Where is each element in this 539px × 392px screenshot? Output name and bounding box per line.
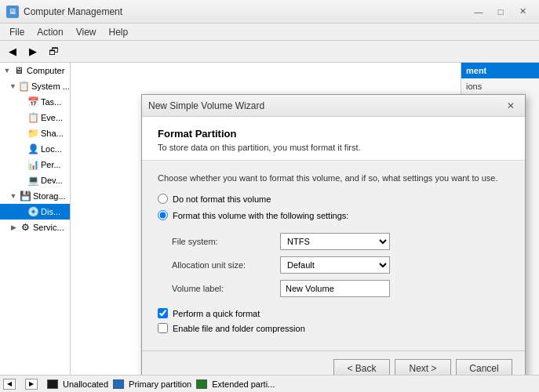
sidebar-item-local[interactable]: 👤 Loc... bbox=[0, 141, 70, 157]
wizard-dialog: New Simple Volume Wizard ✕ Format Partit… bbox=[141, 94, 526, 375]
wizard-titlebar: New Simple Volume Wizard ✕ bbox=[142, 95, 525, 117]
forward-button[interactable]: ▶ bbox=[24, 43, 42, 60]
event-icon: 📋 bbox=[27, 112, 39, 123]
radio-format[interactable]: Format this volume with the following se… bbox=[158, 210, 509, 220]
shared-icon: 📁 bbox=[27, 128, 39, 139]
sidebar-item-device[interactable]: 💻 Dev... bbox=[0, 172, 70, 188]
legend: Unallocated Primary partition Extended p… bbox=[47, 379, 275, 389]
wizard-prompt: Choose whether you want to format this v… bbox=[158, 173, 509, 183]
sidebar-label-storage: Storag... bbox=[33, 191, 66, 201]
menu-action[interactable]: Action bbox=[31, 25, 69, 39]
legend-extended-label: Extended parti... bbox=[212, 379, 275, 389]
compression-label: Enable file and folder compression bbox=[173, 324, 305, 333]
settings-grid: File system: NTFS FAT32 exFAT Allocation… bbox=[172, 233, 509, 297]
filesystem-label: File system: bbox=[172, 237, 274, 246]
radio-format-input[interactable] bbox=[158, 210, 168, 220]
filesystem-select[interactable]: NTFS FAT32 exFAT bbox=[280, 233, 390, 250]
sidebar-label-computer: Computer bbox=[27, 66, 64, 75]
legend-unallocated-label: Unallocated bbox=[63, 379, 108, 389]
sidebar-item-storage[interactable]: ▼ 💾 Storag... bbox=[0, 188, 70, 204]
cancel-button[interactable]: Cancel bbox=[456, 359, 512, 375]
sidebar-label-event: Eve... bbox=[41, 113, 63, 122]
wizard-footer: < Back Next > Cancel bbox=[142, 350, 525, 375]
compression-row[interactable]: Enable file and folder compression bbox=[158, 323, 509, 333]
volume-label-text: Volume label: bbox=[172, 284, 274, 293]
sidebar: ▼ 🖥 Computer ▼ 📋 System ... 📅 Tas... 📋 E… bbox=[0, 63, 71, 375]
sidebar-item-event[interactable]: 📋 Eve... bbox=[0, 110, 70, 125]
quick-format-label: Perform a quick format bbox=[173, 309, 260, 318]
sidebar-label-system: System ... bbox=[31, 82, 70, 91]
sidebar-label-disk: Dis... bbox=[41, 207, 60, 216]
back-button[interactable]: ◀ bbox=[3, 43, 22, 60]
titlebar-left: 🖥 Computer Management bbox=[6, 5, 122, 18]
radio-no-format-input[interactable] bbox=[158, 194, 168, 204]
task-icon: 📅 bbox=[27, 96, 39, 107]
legend-unallocated-box bbox=[47, 379, 58, 389]
sidebar-item-computer[interactable]: ▼ 🖥 Computer bbox=[0, 63, 70, 78]
sidebar-label-local: Loc... bbox=[41, 144, 62, 154]
wizard-overlay: New Simple Volume Wizard ✕ Format Partit… bbox=[71, 63, 539, 375]
perf-icon: 📊 bbox=[27, 159, 39, 170]
wizard-header-desc: To store data on this partition, you mus… bbox=[158, 143, 509, 152]
wizard-content: Choose whether you want to format this v… bbox=[142, 161, 525, 350]
wizard-close-button[interactable]: ✕ bbox=[503, 99, 519, 113]
alloc-label: Allocation unit size: bbox=[172, 260, 274, 270]
menu-view[interactable]: View bbox=[70, 25, 103, 39]
quick-format-checkbox[interactable] bbox=[158, 308, 168, 318]
sidebar-label-services: Servic... bbox=[33, 223, 64, 232]
system-icon: 📋 bbox=[18, 81, 30, 92]
sidebar-label-tasks: Tas... bbox=[41, 97, 61, 107]
sidebar-label-shared: Sha... bbox=[41, 129, 64, 138]
main-content: ment ions New Simple Volume Wizard ✕ For… bbox=[71, 63, 539, 375]
app-icon: 🖥 bbox=[6, 5, 19, 18]
back-button[interactable]: < Back bbox=[333, 359, 390, 375]
scroll-right-button[interactable]: ▶ bbox=[25, 379, 38, 390]
sidebar-item-tasks[interactable]: 📅 Tas... bbox=[0, 94, 70, 110]
scroll-left-button[interactable]: ◀ bbox=[3, 379, 16, 390]
sidebar-item-services[interactable]: ▶ ⚙ Servic... bbox=[0, 220, 70, 235]
sidebar-item-perf[interactable]: 📊 Per... bbox=[0, 157, 70, 172]
sidebar-item-disk[interactable]: 💿 Dis... bbox=[0, 204, 70, 220]
window-controls: — □ ✕ bbox=[468, 4, 533, 20]
alloc-select[interactable]: Default 512 1024 4096 bbox=[280, 256, 390, 274]
properties-button[interactable]: 🗗 bbox=[44, 43, 63, 60]
next-button[interactable]: Next > bbox=[395, 359, 451, 375]
window-title: Computer Management bbox=[24, 6, 122, 17]
radio-group: Do not format this volume Format this vo… bbox=[158, 194, 509, 220]
sidebar-label-perf: Per... bbox=[41, 160, 61, 169]
expand-icon: ▼ bbox=[9, 192, 17, 200]
radio-no-format[interactable]: Do not format this volume bbox=[158, 194, 509, 204]
statusbar: ◀ ▶ Unallocated Primary partition Extend… bbox=[0, 375, 539, 392]
storage-icon: 💾 bbox=[19, 191, 31, 201]
menu-help[interactable]: Help bbox=[103, 25, 135, 39]
titlebar: 🖥 Computer Management — □ ✕ bbox=[0, 0, 539, 24]
expand-icon: ▼ bbox=[9, 82, 16, 90]
wizard-title: New Simple Volume Wizard bbox=[148, 100, 264, 111]
sidebar-item-system[interactable]: ▼ 📋 System ... bbox=[0, 78, 70, 94]
disk-icon: 💿 bbox=[27, 206, 39, 217]
computer-icon: 🖥 bbox=[13, 65, 25, 76]
expand-icon: ▶ bbox=[9, 223, 17, 231]
local-icon: 👤 bbox=[27, 143, 39, 154]
services-icon: ⚙ bbox=[19, 222, 31, 233]
volume-label-input[interactable] bbox=[280, 280, 390, 297]
compression-checkbox[interactable] bbox=[158, 323, 168, 333]
close-button[interactable]: ✕ bbox=[512, 4, 533, 20]
menu-file[interactable]: File bbox=[3, 25, 31, 39]
computer-management-window: 🖥 Computer Management — □ ✕ File Action … bbox=[0, 0, 539, 392]
device-icon: 💻 bbox=[27, 175, 39, 186]
quick-format-row[interactable]: Perform a quick format bbox=[158, 308, 509, 318]
sidebar-item-shared[interactable]: 📁 Sha... bbox=[0, 125, 70, 141]
wizard-header: Format Partition To store data on this p… bbox=[142, 117, 525, 161]
legend-extended-box bbox=[196, 379, 207, 389]
expand-icon: ▼ bbox=[3, 67, 11, 74]
wizard-header-title: Format Partition bbox=[158, 128, 509, 140]
radio-format-label: Format this volume with the following se… bbox=[173, 211, 348, 220]
radio-no-format-label: Do not format this volume bbox=[173, 194, 271, 204]
minimize-button[interactable]: — bbox=[468, 4, 489, 20]
sidebar-label-device: Dev... bbox=[41, 176, 63, 185]
legend-primary-label: Primary partition bbox=[129, 379, 191, 389]
main-body: ▼ 🖥 Computer ▼ 📋 System ... 📅 Tas... 📋 E… bbox=[0, 63, 539, 375]
toolbar: ◀ ▶ 🗗 bbox=[0, 41, 539, 63]
maximize-button[interactable]: □ bbox=[490, 4, 511, 20]
